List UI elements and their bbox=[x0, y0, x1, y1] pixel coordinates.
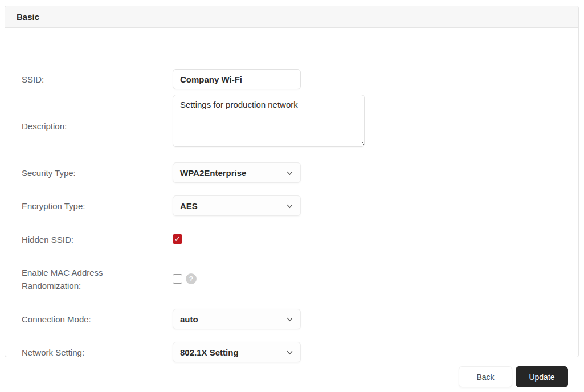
panel-title: Basic bbox=[17, 12, 39, 22]
network-setting-value: 802.1X Setting bbox=[180, 348, 239, 357]
update-button[interactable]: Update bbox=[516, 366, 568, 387]
panel-header: Basic bbox=[5, 6, 578, 28]
check-icon: ✓ bbox=[174, 235, 181, 243]
connection-mode-select[interactable]: auto bbox=[173, 309, 301, 329]
help-icon[interactable]: ? bbox=[186, 273, 197, 284]
mac-randomization-label: Enable MAC Address Randomization: bbox=[22, 266, 158, 292]
connection-mode-value: auto bbox=[180, 315, 198, 324]
hidden-ssid-label: Hidden SSID: bbox=[22, 233, 158, 246]
security-type-select[interactable]: WPA2Enterprise bbox=[173, 162, 301, 183]
chevron-down-icon bbox=[286, 316, 293, 323]
network-setting-label: Network Setting: bbox=[22, 346, 158, 359]
description-label: Description: bbox=[22, 120, 158, 133]
encryption-type-select[interactable]: AES bbox=[173, 195, 301, 216]
connection-mode-label: Connection Mode: bbox=[22, 313, 158, 326]
encryption-type-value: AES bbox=[180, 201, 198, 211]
encryption-type-label: Encryption Type: bbox=[22, 199, 158, 213]
mac-randomization-checkbox[interactable] bbox=[173, 274, 182, 284]
hidden-ssid-checkbox[interactable]: ✓ bbox=[173, 234, 182, 244]
security-type-label: Security Type: bbox=[22, 166, 158, 179]
security-type-value: WPA2Enterprise bbox=[180, 168, 246, 178]
description-textarea[interactable]: Settings for production network bbox=[173, 95, 365, 147]
ssid-input[interactable] bbox=[173, 69, 301, 89]
network-setting-select[interactable]: 802.1X Setting bbox=[173, 342, 301, 362]
back-button[interactable]: Back bbox=[459, 366, 512, 387]
update-button-label: Update bbox=[529, 373, 554, 382]
back-button-label: Back bbox=[476, 373, 494, 382]
chevron-down-icon bbox=[286, 169, 293, 177]
chevron-down-icon bbox=[286, 202, 293, 210]
chevron-down-icon bbox=[286, 349, 293, 356]
question-mark: ? bbox=[189, 275, 193, 283]
basic-settings-form: SSID: Description: Settings for producti… bbox=[5, 28, 578, 357]
basic-settings-panel: Basic SSID: Description: Settings for pr… bbox=[5, 6, 579, 357]
ssid-label: SSID: bbox=[22, 73, 158, 86]
